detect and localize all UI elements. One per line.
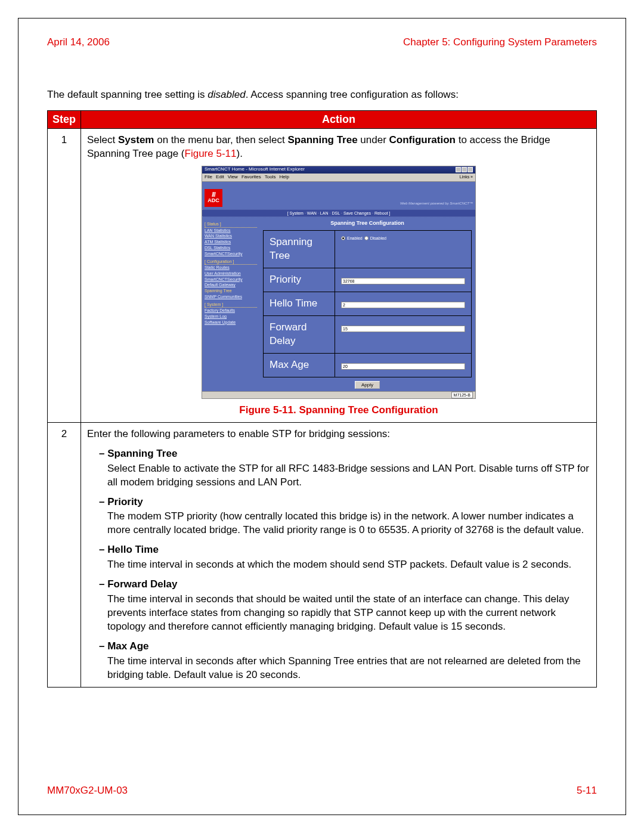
label-spanning-tree: Spanning Tree — [264, 231, 335, 268]
close-icon[interactable] — [467, 167, 473, 172]
figure-tag: M7125-B — [451, 392, 473, 398]
param-spanning-tree: Spanning Tree Select Enable to activate … — [99, 447, 590, 490]
menu-view[interactable]: View — [228, 174, 238, 181]
page-header: April 14, 2006 Chapter 5: Configuring Sy… — [47, 36, 597, 53]
header-chapter: Chapter 5: Configuring System Parameters — [403, 36, 597, 48]
radio-enabled[interactable] — [341, 236, 345, 240]
param-hello-time: Hello Time The time interval in seconds … — [99, 543, 590, 572]
sidebar-item-lan-stats[interactable]: LAN Statistics — [205, 228, 257, 234]
screenshot-body: Status LAN Statistics WAN Statistics ATM… — [202, 217, 475, 391]
radio-disabled-label: Disabled — [370, 236, 386, 241]
window-title: SmartCNCT Home - Microsoft Internet Expl… — [205, 166, 305, 173]
sidebar-item-default-gateway[interactable]: Default Gateway — [205, 282, 257, 288]
nav-save[interactable]: Save Changes — [343, 211, 371, 215]
label-hello-time: Hello Time — [264, 292, 335, 316]
nav-dsl[interactable]: DSL — [332, 211, 340, 215]
param-desc: The time interval in seconds at which th… — [107, 558, 590, 572]
config-form-table: Spanning Tree Enabled Disabled — [263, 230, 472, 377]
t: Configuration — [389, 134, 456, 145]
step-action-table: Step Action 1 Select System on the menu … — [47, 110, 597, 688]
sidebar-item-static-routes[interactable]: Static Routes — [205, 265, 257, 271]
step-number: 1 — [48, 129, 81, 423]
links-label[interactable]: Links » — [460, 174, 473, 181]
t: on the menu bar, then select — [154, 134, 287, 145]
param-title: Max Age — [99, 640, 590, 654]
param-forward-delay: Forward Delay The time interval in secon… — [99, 578, 590, 634]
embedded-screenshot: SmartCNCT Home - Microsoft Internet Expl… — [202, 166, 476, 399]
header-date: April 14, 2006 — [47, 36, 110, 48]
t: Spanning Tree — [287, 134, 357, 145]
hello-time-input[interactable] — [341, 302, 465, 308]
sidebar-header-config: Configuration — [205, 259, 257, 265]
param-max-age: Max Age The time interval in seconds aft… — [99, 640, 590, 682]
nav-system[interactable]: System — [290, 211, 304, 215]
step1-action-cell: Select System on the menu bar, then sele… — [81, 129, 597, 423]
sidebar-header-system: System — [205, 302, 257, 308]
powered-by-text: Web Management powered by SmartCNCT™ — [400, 201, 473, 207]
radio-disabled[interactable] — [364, 236, 369, 240]
window-titlebar: SmartCNCT Home - Microsoft Internet Expl… — [202, 166, 475, 174]
sidebar-item-user-admin[interactable]: User Administration — [205, 271, 257, 277]
forward-delay-input[interactable] — [341, 326, 465, 332]
nav-wan[interactable]: WAN — [307, 211, 317, 215]
label-priority: Priority — [264, 268, 335, 292]
priority-input[interactable] — [341, 278, 465, 284]
param-desc: The time interval in seconds after which… — [107, 655, 590, 682]
config-panel: Spanning Tree Configuration Spanning Tre… — [259, 217, 475, 391]
sidebar-item-spanning-tree[interactable]: Spanning Tree — [205, 288, 257, 294]
col-header-action: Action — [81, 111, 597, 129]
nav-reboot[interactable]: Reboot — [374, 211, 388, 215]
table-row: 2 Enter the following parameters to enab… — [48, 422, 597, 687]
param-priority: Priority The modem STP priority (how cen… — [99, 496, 590, 538]
label-forward-delay: Forward Delay — [264, 316, 335, 354]
sidebar-item-snmp[interactable]: SNMP Communities — [205, 294, 257, 300]
sidebar-item-security[interactable]: SmartCNCTSecurity — [205, 251, 257, 257]
sidebar-item-security2[interactable]: SmartCNCTSecurity — [205, 277, 257, 283]
max-age-input[interactable] — [341, 363, 465, 370]
table-row: 1 Select System on the menu bar, then se… — [48, 129, 597, 423]
menu-favorites[interactable]: Favorites — [242, 174, 261, 181]
sidebar-item-system-log[interactable]: System Log — [205, 314, 257, 320]
page-frame: April 14, 2006 Chapter 5: Configuring Sy… — [18, 18, 626, 815]
nav-lan[interactable]: LAN — [320, 211, 329, 215]
sidebar-item-software-update[interactable]: Software Update — [205, 320, 257, 326]
step2-action-cell: Enter the following parameters to enable… — [81, 422, 597, 687]
maximize-icon[interactable] — [462, 167, 467, 172]
window-controls[interactable] — [456, 167, 473, 172]
minimize-icon[interactable] — [456, 167, 461, 172]
t: System — [118, 134, 154, 145]
screenshot-statusbar: M7125-B — [202, 391, 475, 398]
col-header-step: Step — [48, 111, 81, 129]
sidebar: Status LAN Statistics WAN Statistics ATM… — [202, 217, 259, 391]
logo-text: ADC — [208, 198, 219, 203]
param-desc: The time interval in seconds that should… — [107, 593, 590, 634]
param-title: Hello Time — [99, 543, 590, 557]
radio-enabled-label: Enabled — [347, 236, 363, 241]
sidebar-header-status: Status — [205, 221, 257, 227]
label-max-age: Max Age — [264, 353, 335, 377]
sidebar-item-factory-defaults[interactable]: Factory Defaults — [205, 308, 257, 314]
intro-text-b: . Access spanning tree configuration as … — [246, 89, 459, 100]
menu-help[interactable]: Help — [279, 174, 289, 181]
figure-caption: Figure 5-11. Spanning Tree Configuration — [87, 404, 590, 417]
param-desc: Select Enable to activate the STP for al… — [107, 462, 590, 490]
adc-logo: ///ADC — [205, 189, 222, 207]
t: under — [358, 134, 389, 145]
menu-tools[interactable]: Tools — [265, 174, 276, 181]
intro-italic: disabled — [208, 89, 245, 100]
menu-file[interactable]: File — [205, 174, 212, 181]
apply-button[interactable]: Apply — [355, 381, 380, 389]
menu-edit[interactable]: Edit — [216, 174, 224, 181]
intro-text-a: The default spanning tree setting is — [47, 89, 208, 100]
t: Select — [87, 134, 118, 145]
param-title: Forward Delay — [99, 578, 590, 592]
config-panel-title: Spanning Tree Configuration — [263, 219, 472, 227]
figure-reference-link[interactable]: Figure 5-11 — [185, 148, 237, 159]
sidebar-item-wan-stats[interactable]: WAN Statistics — [205, 233, 257, 239]
sidebar-item-dsl-stats[interactable]: DSL Statistics — [205, 245, 257, 251]
browser-menubar: File Edit View Favorites Tools Help Link… — [202, 174, 475, 182]
param-title: Priority — [99, 496, 590, 509]
footer-doc-id: MM70xG2-UM-03 — [47, 785, 128, 797]
step2-intro: Enter the following parameters to enable… — [87, 428, 390, 439]
sidebar-item-atm-stats[interactable]: ATM Statistics — [205, 239, 257, 245]
